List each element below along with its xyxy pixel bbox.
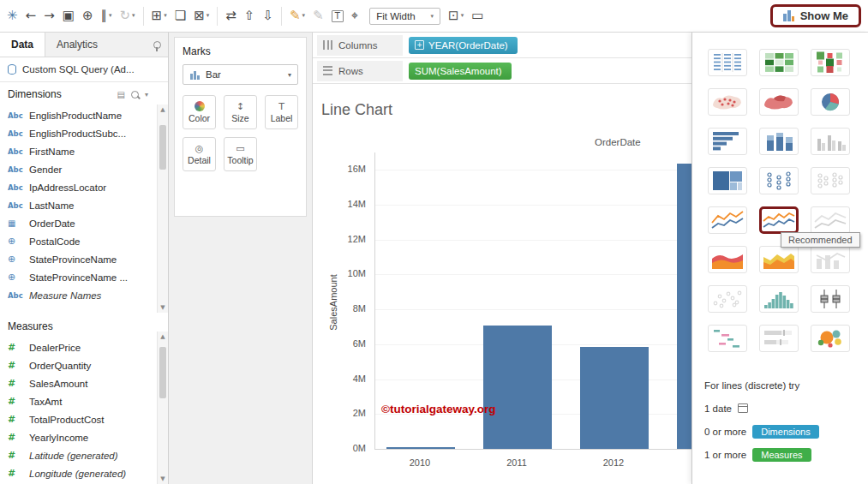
marks-button-tooltip[interactable]: ▭Tooltip: [224, 137, 257, 171]
bar-2012[interactable]: [580, 347, 649, 449]
run-update-icon[interactable]: ↻▾: [120, 9, 135, 22]
measure-dealerprice[interactable]: #DealerPrice: [0, 338, 168, 356]
showme-histogram[interactable]: [759, 285, 799, 313]
tab-data[interactable]: Data: [0, 33, 45, 57]
sort-descending-icon[interactable]: ⇩: [262, 9, 273, 22]
rows-shelf[interactable]: Rows SUM(SalesAmount): [313, 58, 691, 84]
scroll-down-icon[interactable]: ▼: [160, 474, 165, 484]
showme-gantt[interactable]: [708, 325, 747, 352]
marks-button-detail[interactable]: ◎Detail: [183, 137, 216, 171]
search-icon[interactable]: [131, 91, 139, 99]
measure-longitude-generated[interactable]: #Longitude (generated): [0, 464, 168, 482]
dimension-englishproductname[interactable]: AbcEnglishProductName: [0, 106, 168, 124]
database-icon: [8, 64, 16, 75]
scroll-up-icon[interactable]: ▲: [160, 105, 165, 115]
dimension-orderdate[interactable]: ▦OrderDate: [0, 214, 168, 232]
showme-pie-chart[interactable]: [811, 88, 850, 116]
marks-button-color[interactable]: Color: [183, 95, 216, 129]
dimension-gender[interactable]: AbcGender: [0, 160, 168, 178]
measure-orderquantity[interactable]: #OrderQuantity: [0, 356, 168, 374]
dimension-postalcode[interactable]: ⊕PostalCode: [0, 232, 168, 250]
new-worksheet-icon[interactable]: ⊞▾: [152, 9, 167, 22]
bar-2013[interactable]: [677, 164, 691, 449]
showme-packed-bubbles[interactable]: [811, 325, 850, 352]
dimension-stateprovincename[interactable]: ⊕StateProvinceName: [0, 250, 168, 268]
bar-2010[interactable]: [386, 447, 455, 449]
save-icon[interactable]: ▣: [63, 9, 75, 22]
showme-dual-combination[interactable]: [811, 246, 850, 273]
columns-shelf[interactable]: Columns + YEAR(OrderDate): [313, 33, 691, 58]
swap-axes-icon[interactable]: ⇄: [225, 9, 236, 22]
dimension-stateprovincename[interactable]: ⊕StateProvinceName ...: [0, 268, 168, 286]
measures-scrollbar[interactable]: ▲ ▼: [157, 332, 168, 484]
showme-side-by-side-circles[interactable]: [811, 167, 850, 194]
tab-analytics[interactable]: Analytics: [45, 33, 109, 57]
showme-symbol-map[interactable]: [708, 88, 747, 116]
pause-auto-updates-icon[interactable]: ∥▾: [101, 9, 112, 22]
text-label-icon[interactable]: T: [332, 10, 344, 22]
dimension-ipaddresslocator[interactable]: AbcIpAddressLocator: [0, 178, 168, 196]
view-options-icon[interactable]: ▤: [117, 90, 125, 99]
clear-sheet-icon[interactable]: ⊠▾: [194, 9, 209, 22]
drop-lines-icon[interactable]: ⌖: [351, 9, 358, 22]
showme-box-and-whisker[interactable]: [811, 285, 850, 313]
fit-selector[interactable]: Fit Width ▾: [369, 8, 440, 25]
showme-highlight-table[interactable]: [759, 49, 799, 76]
chevron-down-icon[interactable]: ▾: [145, 91, 148, 99]
tableau-logo-icon[interactable]: ✳: [7, 9, 18, 22]
scroll-up-icon[interactable]: ▲: [160, 332, 165, 342]
showme-bullet-graph[interactable]: [759, 325, 799, 352]
highlight-icon[interactable]: ✎▾: [290, 9, 305, 22]
x-tick-label: 2011: [482, 457, 551, 468]
measure-taxamt[interactable]: #TaxAmt: [0, 392, 168, 410]
showme-circle-views[interactable]: [759, 167, 799, 194]
undo-icon[interactable]: ←: [26, 9, 37, 22]
scrollbar-thumb[interactable]: [159, 125, 166, 170]
presentation-mode-icon[interactable]: ▭: [471, 9, 483, 22]
measure-latitude-generated[interactable]: #Latitude (generated): [0, 446, 168, 464]
showme-lines-discrete[interactable]: [759, 206, 799, 234]
abc-icon: Abc: [8, 165, 25, 174]
bar-chart-icon: [189, 69, 200, 80]
duplicate-sheet-icon[interactable]: ❏: [175, 9, 186, 22]
redo-icon[interactable]: →: [44, 9, 55, 22]
measure-totalproductcost[interactable]: #TotalProductCost: [0, 410, 168, 428]
dimension-englishproductsubc[interactable]: AbcEnglishProductSubc...: [0, 124, 168, 142]
mark-type-dropdown[interactable]: Bar ▾: [183, 64, 298, 85]
measure-salesamount[interactable]: #SalesAmount: [0, 374, 168, 392]
show-mark-labels-icon[interactable]: ⊡▾: [448, 9, 464, 22]
showme-stacked-bars[interactable]: [759, 128, 799, 155]
showme-horizontal-bars[interactable]: [708, 128, 747, 155]
columns-pill[interactable]: + YEAR(OrderDate): [409, 37, 518, 54]
showme-lines-continuous[interactable]: [708, 206, 747, 234]
showme-side-by-side-bars[interactable]: [811, 128, 850, 155]
showme-dual-lines[interactable]: [811, 206, 850, 234]
showme-scatter-plot[interactable]: [708, 285, 747, 313]
num-icon: #: [8, 378, 25, 389]
sort-ascending-icon[interactable]: ⇧: [244, 9, 255, 22]
format-icon[interactable]: ✎: [313, 9, 324, 22]
showme-heat-map[interactable]: [811, 49, 850, 76]
pin-icon[interactable]: [153, 41, 161, 49]
rows-shelf-label: Rows: [317, 61, 403, 81]
showme-text-table[interactable]: [708, 49, 747, 76]
bar-2011[interactable]: [483, 326, 552, 449]
dimension-measure-names[interactable]: AbcMeasure Names: [0, 286, 168, 304]
showme-treemap[interactable]: [708, 167, 747, 194]
gridline: [375, 274, 691, 275]
datasource-item[interactable]: Custom SQL Query (Ad...: [0, 57, 168, 82]
scroll-down-icon[interactable]: ▼: [160, 302, 165, 313]
dimension-firstname[interactable]: AbcFirstName: [0, 142, 168, 160]
marks-button-label[interactable]: TLabel: [265, 95, 298, 129]
showme-filled-map[interactable]: [759, 88, 799, 116]
measure-yearlyincome[interactable]: #YearlyIncome: [0, 428, 168, 446]
rows-pill[interactable]: SUM(SalesAmount): [409, 63, 512, 80]
new-datasource-icon[interactable]: ⊕: [82, 9, 93, 22]
marks-button-size[interactable]: ↕Size: [224, 95, 257, 129]
showme-area-continuous[interactable]: [708, 246, 747, 273]
dimensions-scrollbar[interactable]: ▲ ▼: [157, 105, 168, 313]
scrollbar-thumb[interactable]: [159, 347, 166, 398]
show-me-button[interactable]: Show Me: [770, 4, 861, 27]
showme-area-discrete[interactable]: [759, 246, 799, 273]
dimension-lastname[interactable]: AbcLastName: [0, 196, 168, 214]
